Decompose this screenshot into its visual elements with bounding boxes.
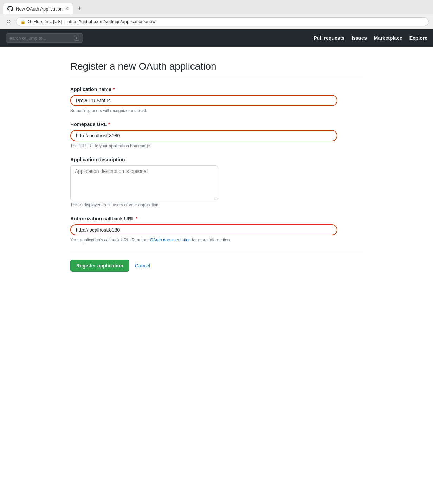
main-content: Register a new OAuth application Applica… bbox=[62, 61, 371, 272]
nav-marketplace[interactable]: Marketplace bbox=[374, 35, 402, 41]
app-desc-label: Application description bbox=[70, 157, 363, 162]
app-desc-hint: This is displayed to all users of your a… bbox=[70, 202, 363, 207]
app-desc-group: Application description This is displaye… bbox=[70, 157, 363, 207]
url-bar[interactable]: 🔒 GitHub, Inc. [US] | https://github.com… bbox=[16, 17, 429, 26]
browser-chrome: New OAuth Application × + ↺ 🔒 GitHub, In… bbox=[0, 0, 433, 29]
new-tab-button[interactable]: + bbox=[75, 4, 84, 14]
homepage-url-label: Homepage URL * bbox=[70, 122, 363, 127]
nav-explore[interactable]: Explore bbox=[409, 35, 427, 41]
tab-close-button[interactable]: × bbox=[65, 6, 69, 12]
callback-url-label: Authorization callback URL * bbox=[70, 216, 363, 221]
app-name-input[interactable] bbox=[70, 95, 337, 106]
address-company: GitHub, Inc. [US] bbox=[28, 19, 62, 24]
callback-url-input-wrapper bbox=[70, 224, 337, 235]
callback-url-input[interactable] bbox=[70, 224, 337, 235]
address-separator: | bbox=[64, 19, 65, 24]
nav-pull-requests[interactable]: Pull requests bbox=[314, 35, 344, 41]
callback-url-required: * bbox=[136, 216, 137, 221]
app-name-group: Application name * Something users will … bbox=[70, 86, 363, 113]
form-actions: Register application Cancel bbox=[70, 260, 363, 272]
github-favicon-icon bbox=[7, 6, 13, 12]
homepage-url-group: Homepage URL * The full URL to your appl… bbox=[70, 122, 363, 148]
tab-title: New OAuth Application bbox=[16, 6, 63, 12]
register-application-button[interactable]: Register application bbox=[70, 260, 129, 272]
page-title: Register a new OAuth application bbox=[70, 61, 363, 72]
app-name-input-wrapper bbox=[70, 95, 337, 106]
search-shortcut-badge: / bbox=[74, 35, 79, 41]
main-nav: Pull requests Issues Marketplace Explore bbox=[314, 35, 427, 41]
homepage-url-input[interactable] bbox=[70, 130, 337, 141]
cancel-button[interactable]: Cancel bbox=[135, 263, 150, 269]
active-tab[interactable]: New OAuth Application × bbox=[3, 3, 73, 14]
nav-issues[interactable]: Issues bbox=[351, 35, 367, 41]
bottom-divider bbox=[70, 251, 363, 251]
homepage-url-required: * bbox=[108, 122, 110, 127]
address-url: https://github.com/settings/applications… bbox=[67, 19, 156, 24]
callback-url-hint: Your application's callback URL. Read ou… bbox=[70, 238, 363, 243]
address-bar: ↺ 🔒 GitHub, Inc. [US] | https://github.c… bbox=[0, 14, 433, 29]
app-name-label: Application name * bbox=[70, 86, 363, 92]
app-desc-textarea[interactable] bbox=[70, 165, 218, 200]
app-name-hint: Something users will recognize and trust… bbox=[70, 108, 363, 113]
homepage-url-hint: The full URL to your application homepag… bbox=[70, 143, 363, 148]
search-box[interactable]: / bbox=[6, 33, 83, 43]
github-header: / Pull requests Issues Marketplace Explo… bbox=[0, 29, 433, 47]
homepage-url-input-wrapper bbox=[70, 130, 337, 141]
callback-url-group: Authorization callback URL * Your applic… bbox=[70, 216, 363, 243]
search-input[interactable] bbox=[9, 35, 71, 41]
refresh-button[interactable]: ↺ bbox=[4, 18, 13, 26]
lock-icon: 🔒 bbox=[20, 19, 26, 24]
tab-bar: New OAuth Application × + bbox=[0, 0, 433, 14]
app-name-required: * bbox=[113, 86, 115, 92]
oauth-docs-link[interactable]: OAuth documentation bbox=[150, 238, 191, 243]
title-divider bbox=[70, 78, 363, 78]
